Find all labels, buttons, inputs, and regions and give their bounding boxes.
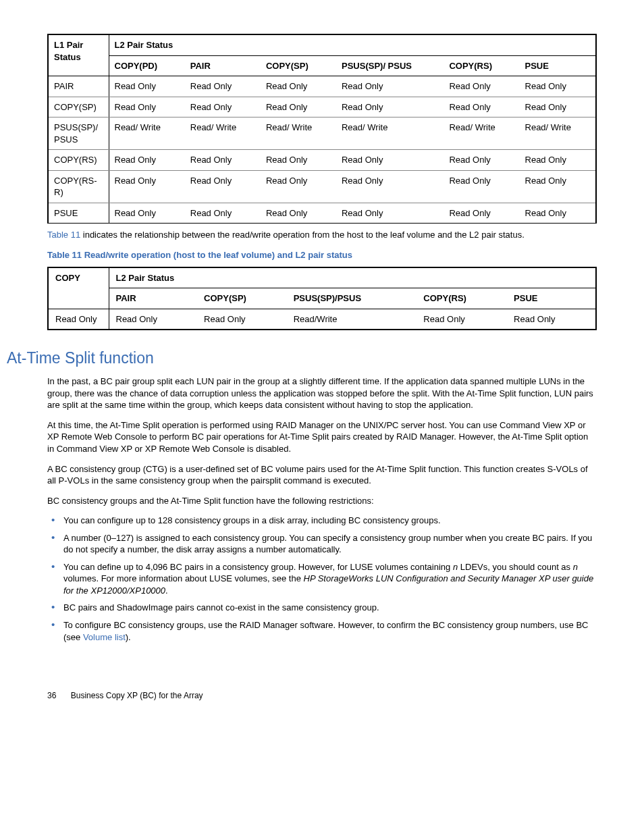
col-header: PSUE <box>520 55 596 76</box>
col-header: COPY(RS) <box>444 55 519 76</box>
table-row: COPY(RS-R) Read Only Read Only Read Only… <box>48 170 596 203</box>
blank-header <box>520 34 596 55</box>
l1-pair-status-header: L1 Pair Status <box>48 34 109 76</box>
list-item: You can define up to 4,096 BC pairs in a… <box>61 561 597 597</box>
table-11-caption: Table 11 Read/write operation (host to t… <box>47 249 597 261</box>
col-header: PAIR <box>185 55 261 76</box>
col-header: COPY(SP) <box>197 288 287 309</box>
col-header: COPY(RS) <box>417 288 507 309</box>
body-paragraph: In the past, a BC pair group split each … <box>47 375 597 411</box>
page-footer: 36 Business Copy XP (BC) for the Array <box>47 690 597 701</box>
copy-header: COPY <box>48 267 109 309</box>
table-row: COPY(SP) Read Only Read Only Read Only R… <box>48 97 596 118</box>
l2-pair-status-header: L2 Pair Status <box>109 34 520 55</box>
table-row: PAIR Read Only Read Only Read Only Read … <box>48 76 596 97</box>
page-number: 36 <box>47 691 56 700</box>
restrictions-list: You can configure up to 128 consistency … <box>47 515 597 643</box>
body-paragraph: At this time, the At-Time Split operatio… <box>47 419 597 455</box>
blank-header <box>507 267 596 288</box>
t2-l2-header: L2 Pair Status <box>109 267 507 288</box>
list-item: To configure BC consistency groups, use … <box>61 619 597 643</box>
col-header: PSUS(SP)/PSUS <box>287 288 417 309</box>
footer-title: Business Copy XP (BC) for the Array <box>71 691 203 700</box>
table-row: Read Only Read Only Read Only Read/Write… <box>48 309 596 330</box>
intertext-tail: indicates the relationship between the r… <box>80 230 525 240</box>
col-header: COPY(PD) <box>109 55 185 76</box>
col-header: COPY(SP) <box>261 55 336 76</box>
table-row: PSUS(SP)/ PSUS Read/ Write Read/ Write R… <box>48 118 596 150</box>
at-time-split-function-heading: At-Time Split function <box>7 348 597 369</box>
body-paragraph: A BC consistency group (CTG) is a user-d… <box>47 463 597 487</box>
table-row: PSUE Read Only Read Only Read Only Read … <box>48 203 596 224</box>
body-paragraph: BC consistency groups and the At-Time Sp… <box>47 495 597 507</box>
col-header: PAIR <box>109 288 197 309</box>
list-item: A number (0–127) is assigned to each con… <box>61 532 597 556</box>
table-row: COPY(RS) Read Only Read Only Read Only R… <box>48 150 596 171</box>
leaf-volume-l2-status-table: COPY L2 Pair Status PAIR COPY(SP) PSUS(S… <box>47 267 597 331</box>
intertext-paragraph: Table 11 indicates the relationship betw… <box>47 229 597 241</box>
table-11-link[interactable]: Table 11 <box>47 230 80 240</box>
volume-list-link[interactable]: Volume list <box>83 632 126 642</box>
list-item: BC pairs and ShadowImage pairs cannot co… <box>61 602 597 614</box>
list-item: You can configure up to 128 consistency … <box>61 515 597 527</box>
col-header: PSUS(SP)/ PSUS <box>336 55 444 76</box>
l1-l2-pair-status-table: L1 Pair Status L2 Pair Status COPY(PD) P… <box>47 34 597 224</box>
col-header: PSUE <box>507 288 596 309</box>
